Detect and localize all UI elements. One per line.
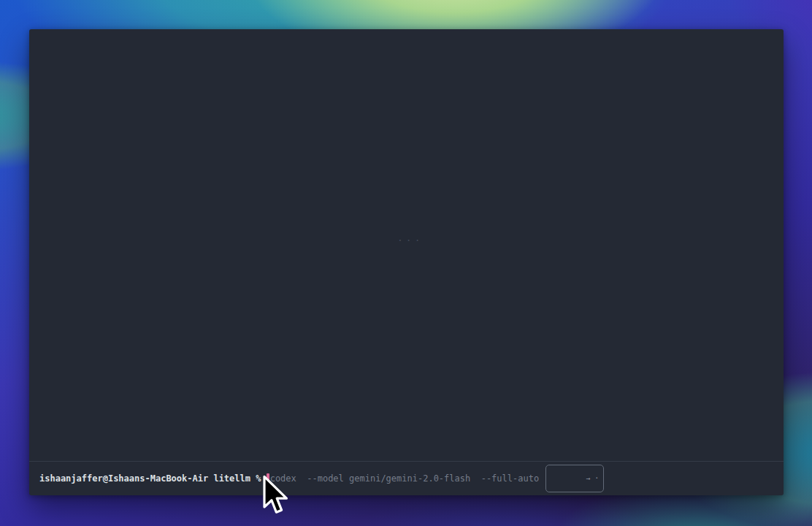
loading-indicator: ··· [397,235,423,245]
terminal-window[interactable]: ··· ishaanjaffer@Ishaans-MacBook-Air lit… [29,29,784,495]
autosuggestion-text: codex --model gemini/gemini-2.0-flash --… [270,473,539,484]
accept-suggestion-hint-pill: → · [545,465,604,492]
text-cursor [267,473,269,484]
desktop-wallpaper: ··· ishaanjaffer@Ishaans-MacBook-Air lit… [0,0,812,526]
prompt-user-host-dir: ishaanjaffer@Ishaans-MacBook-Air litellm… [39,473,267,484]
terminal-output-area[interactable]: ··· [29,29,784,461]
terminal-prompt-line[interactable]: ishaanjaffer@Ishaans-MacBook-Air litellm… [29,462,784,495]
right-arrow-icon: → · [586,474,599,482]
